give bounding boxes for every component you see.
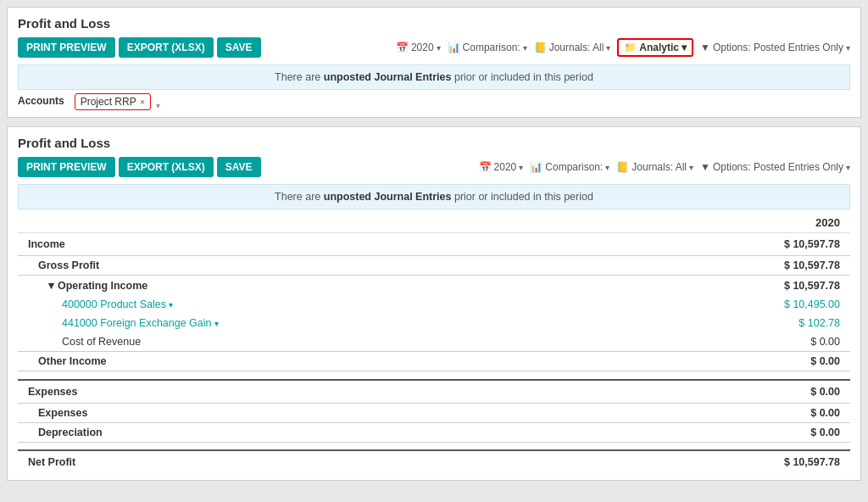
top-filters: 📅 2020 ▾ 📊 Comparison: ▾ 📒 Journals: All… (396, 38, 850, 57)
journals-caret-2: ▾ (689, 163, 693, 172)
journal-icon-2: 📒 (616, 161, 629, 173)
top-panel: Profit and Loss PRINT PREVIEW EXPORT (XL… (7, 7, 861, 118)
save-button[interactable]: SAVE (217, 37, 261, 58)
comparison-filter[interactable]: 📊 Comparison: ▾ (448, 42, 527, 53)
bottom-toolbar: PRINT PREVIEW EXPORT (XLSX) SAVE 📅 2020 … (18, 157, 850, 177)
options-filter[interactable]: ▼ Options: Posted Entries Only ▾ (700, 42, 850, 53)
forex-gain-amount: $ 102.78 (600, 314, 850, 332)
analytic-label: Analytic (639, 42, 679, 53)
spacer-1 (18, 371, 850, 380)
bottom-panel: Profit and Loss PRINT PREVIEW EXPORT (XL… (7, 126, 861, 481)
forex-gain-label[interactable]: 441000 Foreign Exchange Gain ▾ (18, 314, 600, 332)
bottom-filters: 📅 2020 ▾ 📊 Comparison: ▾ 📒 Journals: All… (479, 161, 850, 173)
expenses-section-label: Expenses (18, 380, 600, 404)
depreciation-row: Depreciation $ 0.00 (18, 422, 850, 442)
calendar-icon-2: 📅 (479, 161, 492, 173)
filter-icon: ▼ (700, 42, 710, 53)
chart-icon-2: 📊 (530, 161, 542, 173)
year-filter[interactable]: 📅 2020 ▾ (396, 42, 441, 53)
project-rrp-tag: Project RRP × (75, 93, 151, 110)
print-preview-button[interactable]: PRINT PREVIEW (18, 37, 115, 58)
export-xlsx-button[interactable]: EXPORT (XLSX) (119, 37, 214, 58)
comparison-caret: ▾ (523, 43, 527, 53)
options-label-2: Options: Posted Entries Only (713, 161, 843, 173)
year-value-2: 2020 (494, 161, 517, 173)
net-profit-label: Net Profit (18, 450, 600, 473)
expenses-amount: $ 0.00 (600, 403, 850, 422)
options-label: Options: Posted Entries Only (713, 42, 843, 53)
print-preview-button-2[interactable]: PRINT PREVIEW (18, 157, 115, 177)
depreciation-amount: $ 0.00 (600, 422, 850, 442)
income-label: Income (18, 233, 600, 256)
financial-table: Income $ 10,597.78 Gross Profit $ 10,597… (18, 233, 850, 473)
other-income-amount: $ 0.00 (600, 352, 850, 371)
gross-profit-amount: $ 10,597.78 (600, 256, 850, 276)
calendar-icon: 📅 (396, 42, 409, 53)
depreciation-label: Depreciation (18, 422, 600, 442)
comparison-caret-2: ▾ (605, 163, 609, 172)
alert-text-2: prior or included in this period (451, 71, 593, 83)
tag-label: Project RRP (81, 96, 136, 108)
other-income-label: Other Income (18, 352, 600, 371)
analytic-caret: ▾ (682, 42, 687, 53)
year-column-header: 2020 (18, 211, 850, 233)
forex-caret: ▾ (214, 319, 219, 328)
top-panel-title: Profit and Loss (18, 16, 850, 31)
gross-profit-row: Gross Profit $ 10,597.78 (18, 256, 850, 276)
journals-label-2: Journals: All (632, 161, 687, 173)
analytic-filter[interactable]: 📁 Analytic ▾ (617, 38, 693, 57)
accounts-dropdown-arrow[interactable]: ▾ (156, 101, 160, 110)
options-caret: ▾ (846, 43, 850, 53)
operating-caret[interactable]: ▾ (48, 280, 54, 292)
expenses-section-row: Expenses $ 0.00 (18, 380, 850, 404)
tag-close-button[interactable]: × (140, 97, 145, 107)
options-filter-2[interactable]: ▼ Options: Posted Entries Only ▾ (700, 161, 850, 173)
product-sales-amount: $ 10,495.00 (600, 295, 850, 314)
bottom-panel-title: Profit and Loss (18, 136, 850, 150)
analytic-icon: 📁 (624, 42, 637, 53)
product-sales-caret: ▾ (169, 300, 173, 310)
save-button-2[interactable]: SAVE (217, 157, 261, 177)
top-toolbar: PRINT PREVIEW EXPORT (XLSX) SAVE 📅 2020 … (18, 37, 850, 58)
accounts-section: Accounts Project RRP × ▾ (18, 93, 850, 110)
filter-icon-2: ▼ (700, 161, 710, 173)
operating-income-row: ▾Operating Income $ 10,597.78 (18, 276, 850, 296)
export-xlsx-button-2[interactable]: EXPORT (XLSX) (119, 157, 214, 177)
journals-filter[interactable]: 📒 Journals: All ▾ (534, 42, 611, 53)
cogs-amount: $ 0.00 (600, 332, 850, 352)
year-caret-2: ▾ (519, 163, 523, 172)
cogs-label: Cost of Revenue (18, 332, 600, 352)
chart-icon: 📊 (448, 42, 460, 53)
top-alert-bar: There are unposted Journal Entries prior… (18, 64, 850, 90)
income-amount: $ 10,597.78 (600, 233, 850, 256)
operating-income-amount: $ 10,597.78 (600, 276, 850, 296)
journals-filter-2[interactable]: 📒 Journals: All ▾ (616, 161, 693, 173)
bottom-alert-bold: unposted Journal Entries (324, 191, 452, 203)
bottom-alert-bar: There are unposted Journal Entries prior… (18, 184, 850, 209)
bottom-alert-text-2: prior or included in this period (451, 191, 593, 203)
expenses-row: Expenses $ 0.00 (18, 403, 850, 422)
product-sales-row: 400000 Product Sales ▾ $ 10,495.00 (18, 295, 850, 314)
forex-gain-row: 441000 Foreign Exchange Gain ▾ $ 102.78 (18, 314, 850, 332)
expenses-section-amount: $ 0.00 (600, 380, 850, 404)
bottom-alert-text-1: There are (275, 191, 324, 203)
alert-text-1: There are (275, 71, 324, 83)
income-section-row: Income $ 10,597.78 (18, 233, 850, 256)
accounts-label: Accounts (18, 93, 64, 107)
net-profit-row: Net Profit $ 10,597.78 (18, 450, 850, 473)
product-sales-label[interactable]: 400000 Product Sales ▾ (18, 295, 600, 314)
alert-bold: unposted Journal Entries (324, 71, 452, 83)
options-caret-2: ▾ (846, 163, 850, 172)
spacer-2 (18, 442, 850, 450)
journals-caret: ▾ (606, 43, 610, 53)
year-caret: ▾ (437, 43, 441, 53)
journal-icon: 📒 (534, 42, 547, 53)
expenses-label: Expenses (18, 403, 600, 422)
comparison-filter-2[interactable]: 📊 Comparison: ▾ (530, 161, 609, 173)
comparison-label-2: Comparison: (545, 161, 603, 173)
year-filter-2[interactable]: 📅 2020 ▾ (479, 161, 524, 173)
cost-of-revenue-row: Cost of Revenue $ 0.00 (18, 332, 850, 352)
year-value: 2020 (411, 42, 434, 53)
net-profit-amount: $ 10,597.78 (600, 450, 850, 473)
journals-label: Journals: All (549, 42, 604, 53)
